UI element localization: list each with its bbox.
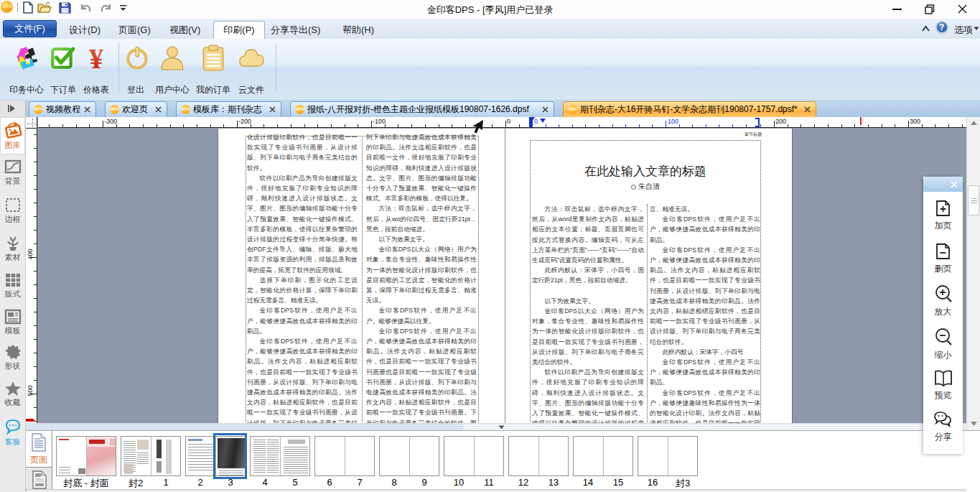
svg-text:¥: ¥ bbox=[89, 45, 104, 72]
